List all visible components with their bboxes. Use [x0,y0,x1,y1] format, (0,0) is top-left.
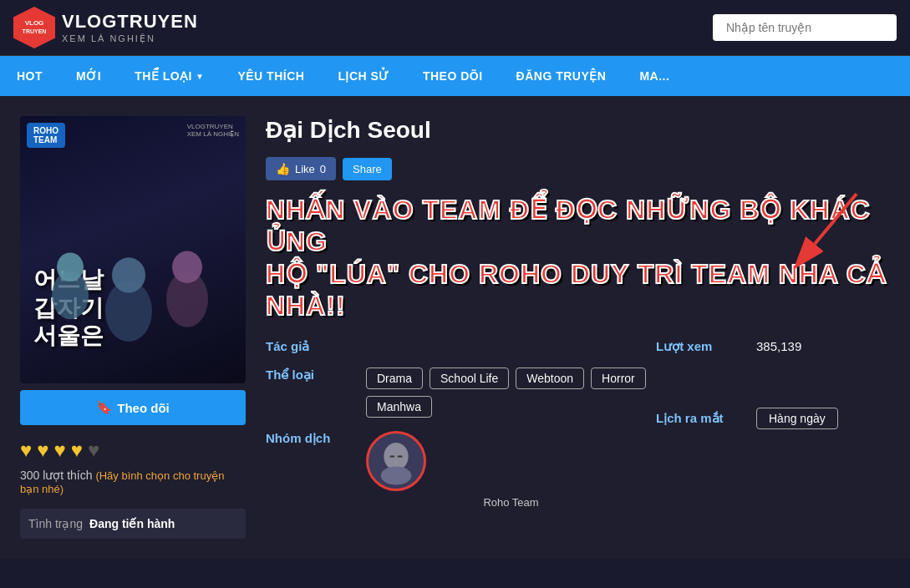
follow-label: Theo dõi [117,401,170,415]
tag-webtoon[interactable]: Webtoon [516,368,584,389]
nav-moi[interactable]: MỚI [59,56,118,96]
spacer [656,368,890,411]
info-nhom-dich: Nhóm dịch [266,431,656,509]
logo-area: VLOG TRUYEN VLOGTRUYEN XEM LÀ NGHIỆN [13,7,198,48]
share-label: Share [353,163,382,175]
svg-point-4 [57,253,84,282]
nav-dang-truyen[interactable]: ĐĂNG TRUYỆN [500,56,623,96]
svg-text:TRUYEN: TRUYEN [23,28,47,34]
star-5[interactable]: ♥ [88,438,99,462]
star-1[interactable]: ♥ [20,438,32,462]
like-label: Like [295,163,315,175]
group-name: Roho Team [366,496,656,509]
likes-text: 300 lượt thích (Hãy bình chọn cho truyện… [20,469,246,495]
the-loai-label: Thể loại [266,368,366,383]
info-lich-ra-mat: Lịch ra mắt Hàng ngày [656,411,890,426]
tac-gia-label: Tác giả [266,339,366,354]
info-left: Tác giả Thể loại Drama School Life Webto… [266,339,656,522]
tag-horror[interactable]: Horror [591,368,646,389]
star-4[interactable]: ♥ [71,438,83,462]
status-value: Đang tiến hành [89,517,175,530]
logo-line1: VLOGTRUYEN [62,11,198,33]
info-tac-gia: Tác giả [266,339,656,354]
social-row: 👍 Like 0 Share [266,157,890,180]
cover-art: ROHOTEAM VLOGTRUYENXEM LÀ NGHIỆN 어느날갑자기서… [20,116,246,383]
svg-point-12 [384,443,408,470]
nav-the-loai[interactable]: THỂ LOẠI [118,56,221,96]
info-section: Tác giả Thể loại Drama School Life Webto… [266,339,890,522]
nav-theo-doi[interactable]: THEO DÕI [406,56,500,96]
bookmark-icon: 🔖 [96,400,112,415]
rating-row: ♥ ♥ ♥ ♥ ♥ [20,438,246,462]
tags-container: Drama School Life Webtoon Horror Manhwa [366,368,656,418]
cover-image: ROHOTEAM VLOGTRUYENXEM LÀ NGHIỆN 어느날갑자기서… [20,116,246,383]
svg-point-13 [381,466,412,484]
nhom-dich-value: Roho Team [366,431,656,509]
logo-text: VLOGTRUYEN XEM LÀ NGHIỆN [62,11,198,44]
logo-line2: XEM LÀ NGHIỆN [62,33,198,44]
right-panel: Đại Dịch Seoul 👍 Like 0 Share NHẤN VÀO T… [266,116,890,539]
star-2[interactable]: ♥ [37,438,48,462]
group-avatar-img [369,431,424,491]
nav-yeu-thich[interactable]: YÊU THÍCH [221,56,321,96]
manga-title: Đại Dịch Seoul [266,116,890,144]
group-block[interactable]: Roho Team [366,431,656,509]
nav-lich-su[interactable]: LỊCH SỬ [321,56,406,96]
svg-text:VLOG: VLOG [25,19,44,27]
nhom-dich-label: Nhóm dịch [266,431,366,446]
svg-point-6 [172,251,202,283]
tag-manhwa[interactable]: Manhwa [366,396,432,418]
schedule-pill: Hàng ngày [756,408,838,429]
like-count: 0 [320,163,326,175]
status-label: Tình trạng [28,517,83,530]
luot-xem-label: Lượt xem [656,339,756,354]
group-avatar[interactable] [366,431,426,491]
tag-list: Drama School Life Webtoon Horror Manhwa [366,368,656,418]
info-right: Lượt xem 385,139 Lịch ra mắt Hàng ngày [656,339,890,522]
like-button[interactable]: 👍 Like 0 [266,157,336,180]
left-panel: ROHOTEAM VLOGTRUYENXEM LÀ NGHIỆN 어느날갑자기서… [20,116,246,539]
lich-ra-mat-value: Hàng ngày [756,411,890,425]
search-input[interactable] [713,14,897,41]
red-arrow-icon [790,185,873,269]
svg-line-10 [815,194,857,244]
info-the-loai: Thể loại Drama School Life Webtoon Horro… [266,368,656,418]
thumbup-icon: 👍 [276,162,290,175]
svg-marker-0 [15,8,53,47]
main-content: ROHOTEAM VLOGTRUYENXEM LÀ NGHIỆN 어느날갑자기서… [0,96,910,559]
tag-school[interactable]: School Life [430,368,509,389]
info-luot-xem: Lượt xem 385,139 [656,339,890,354]
nav-more[interactable]: MA... [623,56,686,96]
star-3[interactable]: ♥ [54,438,66,462]
lich-ra-mat-label: Lịch ra mắt [656,411,756,426]
cover-vlog-label: VLOGTRUYENXEM LÀ NGHIỆN [187,123,239,138]
status-row: Tình trạng Đang tiến hành [20,509,246,539]
roho-badge: ROHOTEAM [27,123,65,148]
header: VLOG TRUYEN VLOGTRUYEN XEM LÀ NGHIỆN [0,0,910,56]
promo-area: NHẤN VÀO TEAM ĐỂ ĐỌC NHỮNG BỘ KHÁC ỦNG H… [266,194,890,322]
svg-point-8 [112,257,145,292]
logo-icon: VLOG TRUYEN [13,7,55,48]
tag-drama[interactable]: Drama [366,368,423,389]
main-nav: HOT MỚI THỂ LOẠI YÊU THÍCH LỊCH SỬ THEO … [0,56,910,96]
luot-xem-value: 385,139 [756,339,890,353]
nav-hot[interactable]: HOT [0,56,59,96]
follow-button[interactable]: 🔖 Theo dõi [20,390,246,425]
share-button[interactable]: Share [343,158,392,180]
